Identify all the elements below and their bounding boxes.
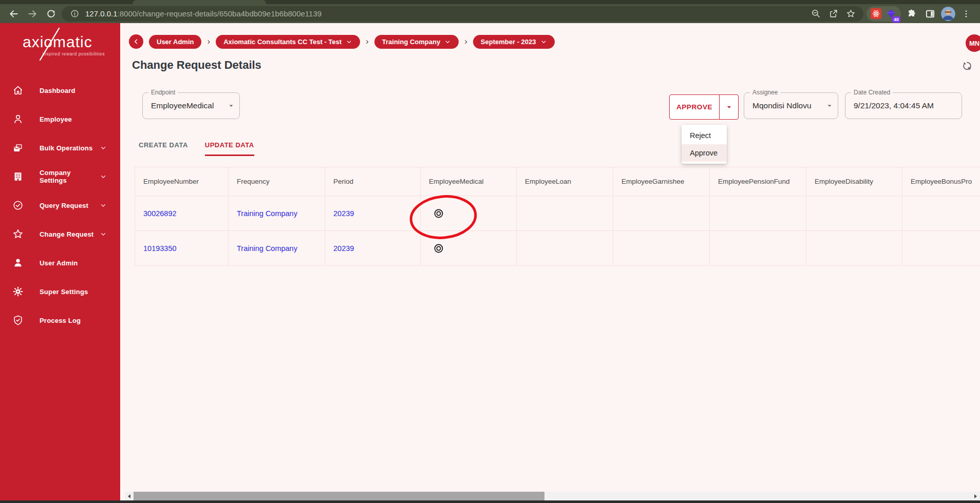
pinned-extensions-group: 40 — [866, 6, 901, 22]
browser-chrome: 127.0.0.1:8000/change-request-details/65… — [0, 0, 980, 23]
app-logo: axiomatic inspired reward possibilities — [23, 33, 105, 56]
url-text[interactable]: 127.0.0.1:8000/change-request-details/65… — [85, 9, 805, 18]
frequency-link[interactable]: Training Company — [237, 209, 297, 218]
col-frequency: Frequency — [229, 167, 325, 196]
scrollbar-thumb[interactable] — [134, 492, 544, 500]
col-employee-disability: EmployeeDisability — [806, 167, 902, 196]
date-created-label: Date Created — [851, 89, 893, 96]
chevron-down-icon — [444, 38, 451, 45]
url-path: :8000/change-request-details/650ba4bdb09… — [118, 9, 322, 18]
home-icon — [12, 85, 24, 96]
sync-settings-icon[interactable] — [962, 60, 973, 73]
sidebar-item-bulk-operations[interactable]: Bulk Operations — [0, 133, 120, 162]
chevron-down-icon — [100, 173, 107, 180]
scrollbar-track[interactable] — [134, 492, 971, 500]
query-request-icon — [12, 200, 24, 211]
endpoint-select[interactable]: Endpoint EmployeeMedical — [142, 92, 240, 119]
assignee-label: Assignee — [750, 89, 780, 96]
sidebar-item-user-admin[interactable]: User Admin — [0, 248, 120, 277]
chevron-down-icon — [100, 230, 107, 238]
approve-button[interactable]: APPROVE — [670, 95, 719, 119]
approve-split-button: APPROVE — [669, 94, 739, 120]
breadcrumb-chip-frequency[interactable]: Training Company — [374, 35, 459, 49]
tab-update-data[interactable]: UPDATE DATA — [205, 138, 254, 156]
approve-dropdown-toggle[interactable] — [719, 95, 738, 119]
profile-avatar[interactable] — [941, 7, 955, 21]
dropdown-caret-icon — [228, 103, 234, 109]
breadcrumb-chip-company[interactable]: Axiomatic Consultants CC Test - Test — [216, 35, 360, 49]
side-panel-icon[interactable] — [922, 6, 938, 22]
employee-number-link[interactable]: 10193350 — [143, 244, 177, 253]
url-host: 127.0.0.1 — [85, 9, 118, 18]
breadcrumb-back-button[interactable] — [129, 34, 143, 49]
breadcrumb-separator: › — [207, 37, 210, 47]
tab-create-data[interactable]: CREATE DATA — [139, 138, 188, 156]
company-settings-icon — [12, 171, 24, 182]
table-row: 30026892 Training Company 20239 — [135, 196, 980, 231]
employee-icon — [12, 113, 24, 125]
gem-extension-icon[interactable]: 40 — [885, 8, 897, 20]
col-employee-loan: EmployeeLoan — [517, 167, 613, 196]
zoom-out-icon[interactable] — [809, 7, 822, 21]
info-icon[interactable] — [68, 7, 81, 21]
double-circle-view-icon[interactable] — [433, 243, 444, 254]
chevron-down-icon — [100, 144, 107, 151]
sidebar-item-change-request[interactable]: Change Request — [0, 220, 120, 248]
double-circle-view-icon[interactable] — [433, 208, 444, 219]
col-employee-garnishee: EmployeeGarnishee — [613, 167, 710, 196]
sidebar-item-query-request[interactable]: Query Request — [0, 191, 120, 220]
frequency-link[interactable]: Training Company — [237, 244, 297, 253]
page-title: Change Request Details — [132, 59, 261, 72]
table-header-row: EmployeeNumber Frequency Period Employee… — [135, 167, 980, 196]
logo-tagline: inspired reward possibilities — [23, 51, 105, 56]
col-employee-bonus: EmployeeBonusPro — [902, 167, 980, 196]
change-request-icon — [12, 228, 24, 240]
assignee-select[interactable]: Assignee Mqondisi Ndlovu — [744, 92, 838, 119]
forward-icon[interactable] — [25, 6, 40, 22]
process-log-icon — [12, 315, 24, 326]
sidebar-item-dashboard[interactable]: Dashboard — [0, 76, 120, 105]
breadcrumb-separator: › — [366, 37, 369, 47]
period-link[interactable]: 20239 — [333, 209, 354, 218]
date-created-value: 9/21/2023, 4:04:45 AM — [845, 101, 934, 110]
user-admin-icon — [12, 257, 24, 268]
horizontal-scrollbar — [125, 492, 980, 500]
sidebar-item-super-settings[interactable]: Super Settings — [0, 277, 120, 306]
kebab-menu-icon[interactable] — [958, 6, 974, 22]
menu-item-approve[interactable]: Approve — [682, 144, 727, 162]
bulk-operations-icon — [12, 142, 24, 153]
date-created-field: Date Created 9/21/2023, 4:04:45 AM — [845, 92, 962, 119]
react-devtools-icon[interactable] — [871, 8, 881, 19]
data-tabs: CREATE DATA UPDATE DATA — [139, 138, 254, 156]
employee-number-link[interactable]: 30026892 — [143, 209, 177, 218]
col-period: Period — [325, 167, 421, 196]
scroll-right-arrow[interactable] — [971, 492, 980, 500]
share-icon[interactable] — [826, 7, 840, 21]
col-employee-number: EmployeeNumber — [135, 167, 229, 196]
sidebar-item-company-settings[interactable]: Company Settings — [0, 162, 120, 191]
col-employee-medical: EmployeeMedical — [421, 167, 517, 196]
menu-item-reject[interactable]: Reject — [682, 127, 727, 144]
period-link[interactable]: 20239 — [333, 244, 354, 253]
scroll-left-arrow[interactable] — [125, 492, 134, 500]
window-bottom-edge — [0, 500, 980, 503]
change-request-table: EmployeeNumber Frequency Period Employee… — [135, 167, 980, 266]
sidebar: axiomatic inspired reward possibilities … — [0, 23, 120, 500]
user-avatar[interactable]: MN — [966, 34, 980, 52]
back-icon[interactable] — [6, 6, 22, 22]
col-employee-pension-fund: EmployeePensionFund — [710, 167, 806, 196]
super-settings-icon — [12, 286, 24, 297]
sidebar-item-process-log[interactable]: Process Log — [0, 306, 120, 335]
table-row: 10193350 Training Company 20239 — [135, 231, 980, 266]
main-content: User Admin › Axiomatic Consultants CC Te… — [120, 23, 980, 500]
browser-active-tab[interactable] — [133, 0, 266, 4]
sidebar-item-employee[interactable]: Employee — [0, 105, 120, 133]
reload-icon[interactable] — [43, 6, 59, 22]
sidebar-nav: Dashboard Employee Bulk Operations Compa… — [0, 76, 120, 335]
assignee-value: Mqondisi Ndlovu — [744, 101, 812, 110]
url-bar[interactable]: 127.0.0.1:8000/change-request-details/65… — [62, 6, 863, 22]
breadcrumb-chip-user-admin[interactable]: User Admin — [149, 35, 201, 49]
puzzle-extensions-icon[interactable] — [904, 6, 919, 22]
star-icon[interactable] — [844, 7, 857, 21]
breadcrumb-chip-period[interactable]: September - 2023 — [473, 35, 555, 49]
